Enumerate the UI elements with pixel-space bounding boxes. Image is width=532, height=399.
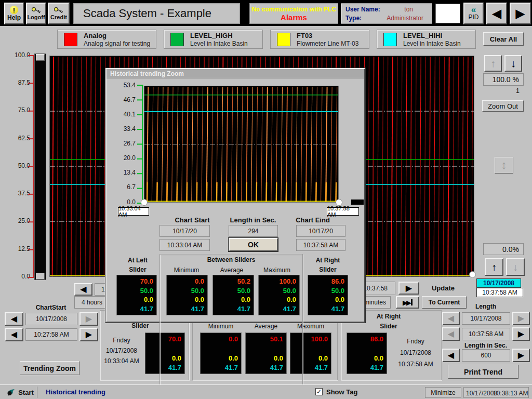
main-y-tick: 87.5 [8, 79, 30, 86]
to-current-label: To Current [429, 299, 460, 306]
length-time-field[interactable]: 10:37:58 AM [462, 328, 510, 340]
legend-item-analog[interactable]: Analog Analog signal for testing [57, 30, 156, 49]
start-date-prev-button[interactable]: ◀ [5, 312, 23, 326]
length-time-value: 10:37:58 AM [469, 330, 503, 338]
clear-all-button[interactable]: Clear All [483, 32, 524, 46]
length-time-prev-button[interactable]: ◀ [442, 327, 460, 341]
dialog-chart-start-time-field[interactable]: 10:33:04 AM [159, 239, 210, 251]
length-date-next-button[interactable]: ▶ [512, 312, 530, 325]
length-sec-prev-button[interactable]: ◀ [442, 349, 460, 362]
zoom-y-tick: 53.4 [114, 82, 136, 89]
start-date-value: 10/17/2008 [36, 315, 67, 323]
user-name-value: ton [404, 5, 428, 14]
minimize-label: Minimize [431, 389, 455, 396]
stat-value: 50.0 [311, 287, 344, 295]
stat-value: 50.2 [216, 277, 250, 285]
dialog-chart-start-date-field[interactable]: 10/17/20 [159, 225, 210, 237]
stat-value: 70.0 [120, 277, 153, 285]
cursor-time-field: 10:37:58 AM [476, 288, 523, 297]
range-field[interactable]: 4 hours [74, 296, 110, 309]
legend-tag-desc: Level in Intake Basin [403, 40, 461, 47]
dialog-title-bar[interactable]: Historical trending Zoom [107, 69, 364, 78]
start-button[interactable]: Start [3, 387, 37, 398]
pan-down-button[interactable]: ↓ [506, 258, 525, 276]
start-time-field[interactable]: 10:27:58 AM [25, 328, 77, 341]
value-down-button[interactable]: ↓ [504, 55, 522, 72]
credit-button[interactable]: Credit [48, 3, 70, 24]
page-prev-button[interactable]: ◀ [486, 3, 507, 24]
legend-item-ft03[interactable]: FT03 Flowmeter Line MT-03 [270, 30, 369, 49]
dialog-length-field[interactable]: 294 [229, 225, 278, 237]
key-icon [31, 7, 42, 14]
stat-value: 0.0 [170, 296, 204, 303]
stat-value: 50.0 [262, 287, 296, 295]
show-tag-checkbox[interactable]: ✓ [315, 388, 323, 395]
pan-percent-field[interactable]: 0.0% [483, 243, 524, 255]
skip-bar [411, 299, 413, 305]
chart-start-label: ChartStart [25, 304, 77, 311]
scroll-right-button[interactable]: ▶ [398, 282, 419, 295]
down-arrow-icon: ↓ [511, 58, 516, 69]
zoom-y-tick: 13.4 [114, 169, 136, 176]
start-label: Start [18, 389, 34, 396]
at-left-label-line2: Slider [114, 322, 166, 329]
at-left-date: 10/17/2008 [102, 347, 141, 354]
length-date-field[interactable]: 10/17/2008 [462, 312, 510, 325]
dialog-between-sliders-label: Between Sliders [195, 256, 268, 263]
zoom-slider-end-block[interactable] [351, 200, 364, 205]
stat-value: 50.0 [216, 287, 250, 295]
vertical-pan-button[interactable]: ↕ [495, 157, 513, 174]
at-right-values-box: 86.0 0.0 41.7 [347, 332, 387, 374]
logoff-button[interactable]: Logoff [26, 3, 46, 24]
dialog-at-left-label-line1: At Left [112, 257, 164, 264]
main-chart-right-slider-handle[interactable] [469, 271, 476, 278]
ok-button[interactable]: OK [229, 238, 278, 251]
minimize-button[interactable]: Minimize [425, 387, 461, 398]
length-sec-next-button[interactable]: ▶ [512, 349, 530, 362]
alarm-panel[interactable]: No communication with PLC Alarms [249, 3, 338, 24]
zoom-percent-field[interactable]: 100.0 % [483, 73, 524, 86]
start-time-next-button[interactable]: ▶ [79, 328, 98, 341]
pan-up-button[interactable]: ↑ [485, 258, 503, 276]
pid-button[interactable]: « PID [463, 3, 484, 24]
legend-tag-name: FT03 [297, 32, 312, 39]
to-end-button[interactable]: ▶▶ [396, 296, 419, 309]
length-sec-field[interactable]: 600 [462, 349, 510, 362]
legend-swatch [277, 33, 290, 46]
scroll-left-button[interactable]: ◀ [74, 283, 92, 296]
dialog-maximum-label: Maximum [251, 267, 303, 274]
start-date-next-button[interactable]: ▶ [79, 312, 98, 326]
left-triangle-icon: ◀ [448, 314, 454, 323]
legend-item-level-high[interactable]: LEVEL_HIGH Level in Intake Basin [164, 30, 263, 49]
legend-tag-desc: Level in Intake Basin [190, 40, 248, 47]
taskbar-window-title[interactable]: Historical trending [46, 388, 105, 396]
zoom-trend-chart[interactable] [144, 86, 339, 203]
main-y-tick: 75.0 [8, 107, 30, 114]
logoff-label: Logoff [27, 14, 45, 20]
clear-all-label: Clear All [490, 35, 517, 43]
help-button[interactable]: ! Help [4, 3, 24, 24]
trending-zoom-button[interactable]: Trending Zoom [20, 361, 79, 375]
page-next-button[interactable]: ▶ [510, 3, 531, 24]
stat-value: 50.0 [170, 287, 204, 295]
stat-value: 41.7 [311, 305, 344, 313]
legend-item-level-hihi[interactable]: LEVEL_HIHI Level in Intake Basin [377, 30, 476, 49]
scrollbar-bottom-handle[interactable] [36, 273, 45, 280]
value-scrollbar[interactable] [34, 54, 46, 280]
dialog-chart-end-time-field[interactable]: 10:37:58 AM [296, 239, 345, 251]
length-time-next-button[interactable]: ▶ [512, 327, 530, 341]
dialog-at-right-label-line1: At Right [302, 257, 354, 264]
start-date-field[interactable]: 10/17/2008 [25, 313, 77, 325]
length-date-prev-button[interactable]: ◀ [442, 312, 460, 325]
print-trend-button[interactable]: Print Trend [448, 365, 518, 379]
end-time-value: 10:37:58 [363, 285, 388, 292]
value-up-button[interactable]: ↑ [484, 55, 502, 72]
scrollbar-top-handle[interactable] [36, 54, 45, 61]
dialog-chart-end-date-field[interactable]: 10/17/20 [296, 225, 345, 237]
dialog-at-right-label-line2: Slider [302, 266, 354, 273]
zoom-out-button[interactable]: Zoom Out [482, 100, 524, 112]
length-in-sec-label: Length in Sec. [460, 342, 512, 349]
stat-value: 50.0 [120, 287, 153, 295]
start-time-prev-button[interactable]: ◀ [5, 328, 23, 341]
range-value: 4 hours [82, 299, 102, 306]
